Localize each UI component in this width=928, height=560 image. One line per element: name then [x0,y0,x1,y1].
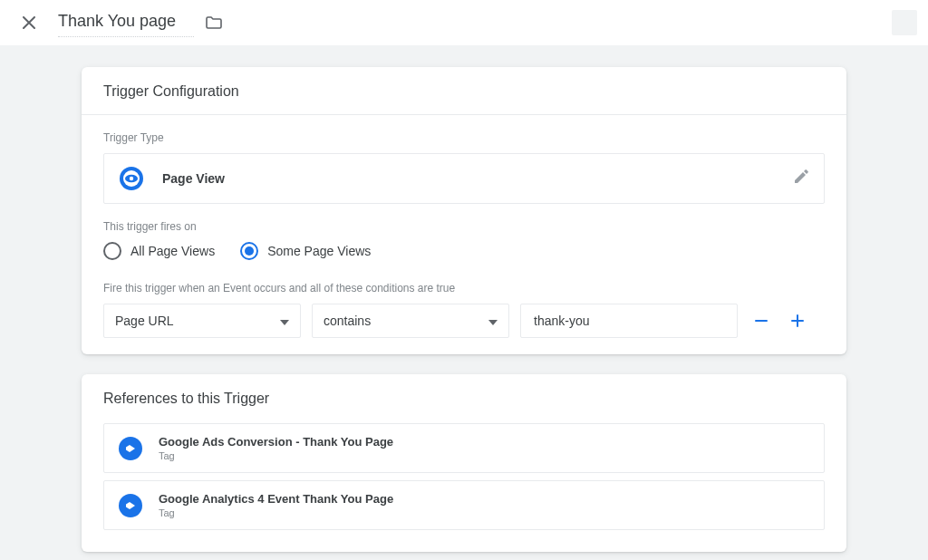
condition-label: Fire this trigger when an Event occurs a… [103,282,825,294]
condition-variable-value: Page URL [115,314,174,328]
svg-rect-6 [791,320,804,322]
close-icon[interactable] [18,12,40,34]
tag-icon [119,494,142,517]
radio-some-page-views[interactable]: Some Page Views [240,242,371,260]
condition-operator-value: contains [324,314,371,328]
add-condition-button[interactable] [785,308,810,333]
fires-on-label: This trigger fires on [103,220,825,233]
radio-all-page-views[interactable]: All Page Views [103,242,215,260]
trigger-type-value: Page View [162,171,225,186]
caret-down-icon [488,314,498,328]
reference-title: Google Analytics 4 Event Thank You Page [159,492,393,506]
radio-button-icon [103,242,121,260]
page-view-icon [119,166,144,191]
folder-icon[interactable] [203,12,225,34]
reference-subtitle: Tag [159,507,393,518]
condition-operator-select[interactable]: contains [312,304,509,338]
references-heading: References to this Trigger [82,374,846,423]
condition-value-input[interactable] [520,304,738,338]
condition-variable-select[interactable]: Page URL [103,304,301,338]
trigger-config-heading: Trigger Configuration [82,67,846,115]
radio-some-label: Some Page Views [267,244,371,258]
radio-button-icon [240,242,258,260]
radio-all-label: All Page Views [130,244,215,258]
svg-rect-4 [755,320,768,322]
reference-item[interactable]: Google Analytics 4 Event Thank You Page … [103,480,825,530]
trigger-config-card: Trigger Configuration Trigger Type Page … [82,67,846,354]
references-card: References to this Trigger Google Ads Co… [82,374,846,552]
stage: Trigger Configuration Trigger Type Page … [0,45,928,560]
svg-point-3 [130,177,133,180]
condition-row: Page URL contains [103,304,825,338]
reference-item[interactable]: Google Ads Conversion - Thank You Page T… [103,423,825,473]
reference-text: Google Analytics 4 Event Thank You Page … [159,492,393,518]
remove-condition-button[interactable] [749,308,774,333]
trigger-type-row[interactable]: Page View [103,153,825,204]
tag-icon [119,437,142,460]
overflow-menu-button[interactable] [892,10,917,35]
trigger-name-input[interactable] [58,8,194,37]
fires-on-radio-group: All Page Views Some Page Views [103,242,825,260]
pencil-icon[interactable] [793,169,809,188]
reference-subtitle: Tag [159,450,393,461]
caret-down-icon [280,314,289,328]
reference-title: Google Ads Conversion - Thank You Page [159,435,393,449]
trigger-type-label: Trigger Type [103,131,825,144]
reference-text: Google Ads Conversion - Thank You Page T… [159,435,393,461]
top-bar [0,0,928,45]
